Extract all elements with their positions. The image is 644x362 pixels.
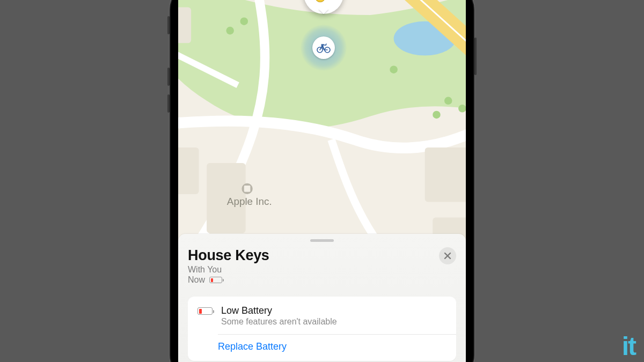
svg-point-27 xyxy=(314,0,327,4)
secondary-location-pin[interactable] xyxy=(312,36,335,59)
battery-low-icon xyxy=(209,277,222,283)
sheet-grabber[interactable] xyxy=(310,239,334,242)
svg-point-14 xyxy=(433,111,441,119)
alert-title: Low Battery xyxy=(221,305,337,316)
replace-battery-button[interactable]: Replace Battery xyxy=(188,335,456,361)
item-status-line1: With You xyxy=(188,265,269,275)
svg-rect-6 xyxy=(425,147,466,202)
svg-point-17 xyxy=(240,17,248,25)
item-title: House Keys xyxy=(188,247,269,264)
svg-point-15 xyxy=(390,65,398,73)
close-button[interactable] xyxy=(439,247,456,264)
phone-frame: Apple Inc. xyxy=(171,0,473,362)
close-icon xyxy=(444,252,451,260)
phone-screen: Apple Inc. xyxy=(178,0,466,362)
map-poi-label: Apple Inc. xyxy=(227,196,272,207)
bicycle-icon xyxy=(317,42,331,53)
item-detail-sheet[interactable]: House Keys With You Now xyxy=(178,234,466,362)
key-icon xyxy=(311,0,336,6)
svg-rect-3 xyxy=(178,8,191,43)
svg-rect-4 xyxy=(178,147,199,194)
watermark: it xyxy=(622,331,635,361)
svg-point-12 xyxy=(444,97,452,105)
low-battery-card: Low Battery Some features aren't availab… xyxy=(188,297,456,361)
svg-point-13 xyxy=(458,105,466,113)
svg-point-16 xyxy=(226,27,234,35)
battery-low-icon xyxy=(197,307,213,315)
svg-rect-24 xyxy=(244,186,251,192)
alert-subtitle: Some features aren't available xyxy=(221,317,337,327)
item-status-line2: Now xyxy=(188,275,205,285)
